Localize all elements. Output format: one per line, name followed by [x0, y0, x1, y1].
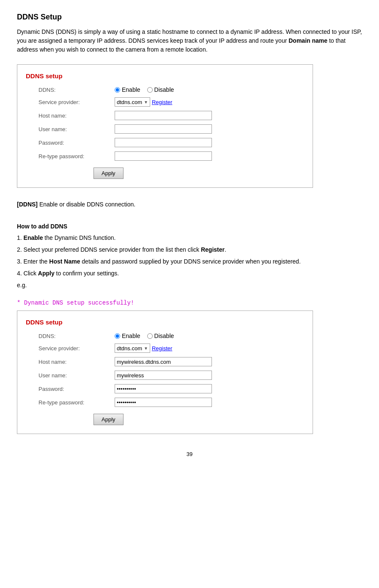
service-select-1[interactable]: dtdns.com ▼ — [115, 97, 150, 107]
host-name-control-1 — [115, 111, 212, 120]
step3-bold: Host Name — [49, 258, 80, 265]
enable-radio-label-1[interactable]: Enable — [115, 86, 140, 93]
step3-end: details and password supplied by your DD… — [80, 258, 300, 265]
apply-button-2[interactable]: Apply — [93, 414, 124, 425]
select-arrow-1: ▼ — [144, 100, 148, 104]
service-provider-label-2: Service provider: — [26, 345, 115, 352]
page-number: 39 — [17, 451, 362, 457]
step2-text: 2. Select your preferred DDNS service pr… — [17, 245, 362, 255]
host-name-label-1: Host name: — [26, 113, 115, 119]
password-input-1[interactable] — [115, 138, 212, 147]
host-name-control-2 — [115, 357, 212, 366]
retype-password-row-1: Re-type password: — [26, 151, 304, 161]
ddns-row-1: DDNS: Enable Disable — [26, 86, 304, 93]
retype-password-row-2: Re-type password: — [26, 398, 304, 407]
password-input-2[interactable] — [115, 384, 212, 393]
password-control-1 — [115, 138, 212, 147]
retype-password-label-1: Re-type password: — [26, 153, 115, 159]
host-name-input-2[interactable] — [115, 357, 212, 366]
host-name-row-1: Host name: — [26, 111, 304, 120]
step4-start: Click — [24, 270, 38, 277]
user-name-input-2[interactable] — [115, 371, 212, 380]
ddns-radio-group-1: Enable Disable — [115, 86, 174, 93]
ddns-label-2: DDNS: — [26, 333, 115, 339]
step2-start: Select your preferred DDNS service provi… — [24, 246, 201, 253]
step4-text: 4. Click Apply to confirm your settings. — [17, 269, 362, 279]
service-controls-2: dtdns.com ▼ Register — [115, 343, 172, 353]
enable-radio-label-2[interactable]: Enable — [115, 332, 140, 339]
enable-radio-text-1: Enable — [122, 86, 140, 93]
disable-radio-text-2: Disable — [154, 332, 174, 339]
apply-row-2: Apply — [26, 414, 304, 425]
step5-text: e.g. — [17, 280, 362, 291]
step4-bold: Apply — [38, 270, 55, 277]
host-name-input-1[interactable] — [115, 111, 212, 120]
user-name-label-2: User name: — [26, 372, 115, 379]
service-provider-label-1: Service provider: — [26, 99, 115, 105]
ddns-controls-2: Enable Disable — [115, 332, 174, 339]
select-arrow-2: ▼ — [144, 346, 148, 351]
service-provider-row-2: Service provider: dtdns.com ▼ Register — [26, 343, 304, 353]
page-title: DDNS Setup — [17, 13, 362, 22]
password-label-1: Password: — [26, 140, 115, 146]
password-label-2: Password: — [26, 386, 115, 392]
retype-password-input-1[interactable] — [115, 151, 212, 161]
disable-radio-2[interactable] — [147, 333, 153, 339]
step4-end: to confirm your settings. — [55, 270, 119, 277]
enable-radio-1[interactable] — [115, 87, 120, 93]
user-name-row-2: User name: — [26, 371, 304, 380]
retype-password-input-2[interactable] — [115, 398, 212, 407]
ddns-label-1: DDNS: — [26, 87, 115, 93]
intro-bold: Domain name — [288, 37, 327, 44]
register-link-2[interactable]: Register — [152, 345, 172, 352]
how-to-title: How to add DDNS — [17, 222, 362, 232]
retype-password-control-1 — [115, 151, 212, 161]
user-name-control-1 — [115, 124, 212, 134]
ddns-radio-group-2: Enable Disable — [115, 332, 174, 339]
intro-text: Dynamic DNS (DDNS) is simply a way of us… — [17, 27, 362, 54]
how-to-title-text: How to add DDNS — [17, 223, 67, 230]
step1-bold: Enable — [24, 234, 43, 241]
service-select-2[interactable]: dtdns.com ▼ — [115, 343, 150, 353]
enable-radio-text-2: Enable — [122, 332, 140, 339]
step3-text: 3. Enter the Host Name details and passw… — [17, 257, 362, 267]
retype-password-control-2 — [115, 398, 212, 407]
password-row-2: Password: — [26, 384, 304, 393]
ddns-info-rest: Enable or disable DDNS connection. — [39, 201, 135, 208]
step2-end: . — [225, 246, 226, 253]
info-section: [DDNS] Enable or disable DDNS connection… — [17, 200, 362, 290]
user-name-row-1: User name: — [26, 124, 304, 134]
disable-radio-label-2[interactable]: Disable — [147, 332, 174, 339]
disable-radio-label-1[interactable]: Disable — [147, 86, 174, 93]
step3-start: Enter the — [24, 258, 49, 265]
enable-radio-2[interactable] — [115, 333, 120, 339]
host-name-label-2: Host name: — [26, 359, 115, 365]
ddns-setup-box-1: DDNS setup DDNS: Enable Disable Service … — [17, 64, 313, 188]
service-value-2: dtdns.com — [117, 345, 142, 352]
ddns-box-title-2: DDNS setup — [26, 319, 304, 326]
ddns-bracket-label: [DDNS] — [17, 201, 38, 208]
service-value-1: dtdns.com — [117, 99, 142, 105]
apply-button-1[interactable]: Apply — [93, 168, 124, 179]
service-provider-row-1: Service provider: dtdns.com ▼ Register — [26, 97, 304, 107]
ddns-box-title-1: DDNS setup — [26, 72, 304, 80]
step1-rest: the Dynamic DNS function. — [43, 234, 115, 241]
password-control-2 — [115, 384, 212, 393]
step1-text: 1. Enable the Dynamic DNS function. — [17, 233, 362, 243]
ddns-info-text: [DDNS] Enable or disable DDNS connection… — [17, 200, 362, 210]
retype-password-label-2: Re-type password: — [26, 399, 115, 406]
ddns-row-2: DDNS: Enable Disable — [26, 332, 304, 339]
disable-radio-1[interactable] — [147, 87, 153, 93]
step2-bold: Register — [201, 246, 225, 253]
service-controls-1: dtdns.com ▼ Register — [115, 97, 172, 107]
apply-row-1: Apply — [26, 168, 304, 179]
ddns-controls-1: Enable Disable — [115, 86, 174, 93]
user-name-label-1: User name: — [26, 126, 115, 132]
password-row-1: Password: — [26, 138, 304, 147]
register-link-1[interactable]: Register — [152, 99, 172, 105]
success-message: * Dynamic DNS setup successfully! — [17, 299, 362, 306]
host-name-row-2: Host name: — [26, 357, 304, 366]
ddns-setup-box-2: DDNS setup DDNS: Enable Disable Service … — [17, 310, 313, 434]
user-name-input-1[interactable] — [115, 124, 212, 134]
user-name-control-2 — [115, 371, 212, 380]
